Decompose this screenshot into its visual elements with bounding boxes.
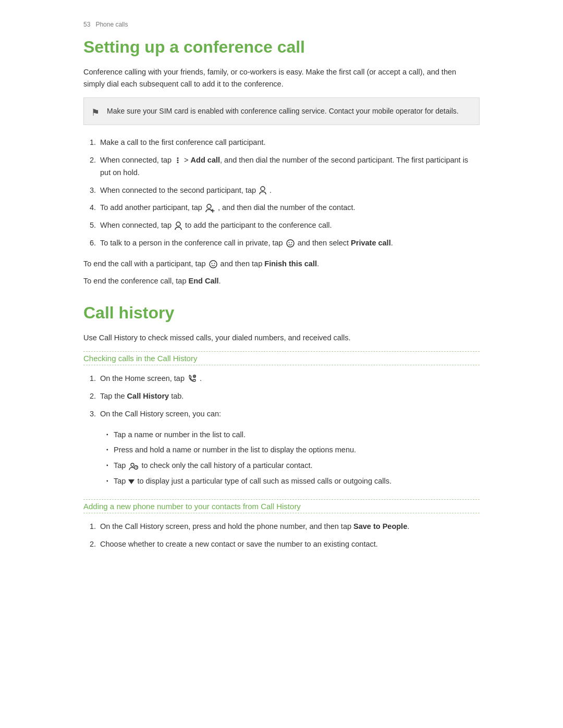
note-box: ⚑ Make sure your SIM card is enabled wit…	[83, 97, 480, 125]
svg-point-7	[291, 242, 292, 243]
conference-steps-list: Make a call to the first conference call…	[98, 137, 480, 250]
checking-step-3: On the Call History screen, you can:	[98, 408, 480, 421]
svg-point-14	[131, 463, 134, 466]
conference-title: Setting up a conference call	[83, 38, 480, 57]
note-text: Make sure your SIM card is enabled with …	[107, 107, 459, 115]
smiley-icon	[286, 239, 295, 248]
conference-intro: Conference calling with your friends, fa…	[83, 66, 480, 90]
svg-point-10	[214, 263, 215, 264]
checking-calls-title: Checking calls in the Call History	[83, 351, 480, 365]
menu-icon	[174, 157, 181, 164]
flag-icon: ⚑	[91, 105, 100, 120]
bullet-2: Press and hold a name or number in the l…	[106, 444, 480, 456]
svg-point-9	[211, 263, 212, 264]
checking-step-2: Tap the Call History tab.	[98, 390, 480, 403]
conference-step-3: When connected to the second participant…	[98, 184, 480, 197]
phone-icon	[188, 374, 197, 383]
smiley-icon-footer	[209, 260, 217, 268]
page-number: 53 Phone calls	[83, 21, 480, 28]
checking-step-1: On the Home screen, tap .	[98, 373, 480, 385]
svg-point-4	[176, 222, 180, 226]
checking-steps-list: On the Home screen, tap . Tap the Call H…	[98, 373, 480, 421]
conference-step-5: When connected, tap to add the participa…	[98, 219, 480, 232]
conference-section: Setting up a conference call Conference …	[83, 38, 480, 288]
conference-step-1: Make a call to the first conference call…	[98, 137, 480, 149]
contact-history-icon: ↺	[129, 462, 138, 471]
svg-point-1	[207, 204, 211, 208]
filter-icon	[128, 479, 134, 484]
bullet-3: Tap ↺ to check only the call history of …	[106, 460, 480, 472]
conference-step-4: To add another participant, tap , and th…	[98, 202, 480, 214]
svg-point-0	[261, 187, 265, 191]
call-history-bullets: Tap a name or number in the list to call…	[106, 429, 480, 488]
adding-steps-list: On the Call History screen, press and ho…	[98, 521, 480, 551]
checking-calls-subsection: Checking calls in the Call History On th…	[83, 351, 480, 488]
bullet-4: Tap to display just a particular type of…	[106, 475, 480, 488]
conference-footer-2: To end the conference call, tap End Call…	[83, 275, 480, 287]
svg-point-6	[288, 242, 289, 243]
adding-step-2: Choose whether to create a new contact o…	[98, 538, 480, 551]
person-icon-2	[175, 221, 182, 230]
svg-point-5	[287, 240, 294, 247]
svg-text:↺: ↺	[135, 466, 138, 469]
conference-step-2: When connected, tap > Add call, and then…	[98, 154, 480, 179]
adding-number-subsection: Adding a new phone number to your contac…	[83, 499, 480, 551]
svg-point-8	[210, 261, 217, 268]
call-history-intro: Use Call History to check missed calls, …	[83, 332, 480, 344]
conference-step-6: To talk to a person in the conference ca…	[98, 237, 480, 250]
person-icon	[259, 186, 266, 195]
bullet-1: Tap a name or number in the list to call…	[106, 429, 480, 441]
call-history-section: Call history Use Call History to check m…	[83, 303, 480, 551]
conference-footer-1: To end the call with a participant, tap …	[83, 258, 480, 270]
add-person-icon	[205, 204, 215, 213]
adding-step-1: On the Call History screen, press and ho…	[98, 521, 480, 533]
call-history-title: Call history	[83, 303, 480, 323]
adding-number-title: Adding a new phone number to your contac…	[83, 499, 480, 513]
